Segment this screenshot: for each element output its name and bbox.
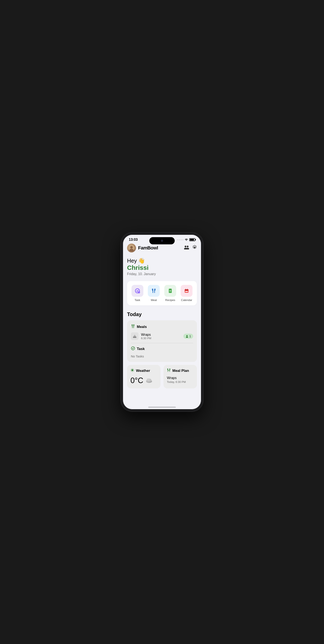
task-icon-box bbox=[132, 285, 143, 297]
calendar-label: Calendar bbox=[181, 298, 192, 302]
svg-point-30 bbox=[186, 335, 188, 336]
signal-icon bbox=[177, 239, 183, 240]
recipes-label: Recipes bbox=[165, 298, 175, 302]
svg-point-1 bbox=[130, 246, 133, 248]
svg-rect-28 bbox=[134, 336, 136, 337]
meal-item-icon bbox=[131, 332, 139, 340]
greeting-section: Hey 👋 Chrissi Friday, 10. January bbox=[127, 258, 197, 276]
battery-icon bbox=[189, 238, 195, 241]
meals-card-icon bbox=[131, 324, 135, 330]
quick-action-meal[interactable]: Meal bbox=[148, 285, 160, 302]
svg-rect-21 bbox=[185, 291, 186, 292]
meal-label: Meal bbox=[151, 298, 157, 302]
svg-point-31 bbox=[186, 337, 188, 338]
weather-icon bbox=[131, 368, 134, 373]
meal-item[interactable]: Wraps 6:30 PM 1 bbox=[131, 332, 193, 340]
svg-line-39 bbox=[133, 371, 134, 372]
svg-rect-26 bbox=[133, 337, 136, 337]
card-divider bbox=[131, 343, 193, 343]
svg-point-6 bbox=[186, 248, 189, 250]
quick-actions: Task Meal bbox=[127, 281, 197, 306]
quick-action-recipes[interactable]: Recipes bbox=[164, 285, 176, 302]
greeting-name: Chrissi bbox=[127, 264, 197, 271]
greeting-text: Hey 👋 bbox=[127, 258, 197, 264]
svg-point-45 bbox=[147, 378, 150, 381]
svg-rect-18 bbox=[185, 289, 188, 290]
meals-card-header: Meals bbox=[131, 324, 193, 330]
svg-point-33 bbox=[132, 369, 133, 371]
task-label: Task bbox=[135, 298, 140, 302]
temperature: 0°C bbox=[131, 376, 143, 385]
calendar-icon-box bbox=[181, 285, 192, 297]
bottom-cards: Weather 0°C bbox=[127, 365, 197, 388]
meal-info: Wraps 6:30 PM bbox=[141, 333, 181, 340]
svg-line-41 bbox=[131, 371, 132, 372]
svg-rect-23 bbox=[186, 291, 187, 292]
settings-button[interactable] bbox=[192, 245, 197, 251]
weather-condition-icon bbox=[145, 376, 153, 385]
task-card-title: Task bbox=[137, 347, 145, 351]
meal-plan-meal: Wraps bbox=[167, 376, 193, 380]
meals-card-title: Meals bbox=[137, 325, 147, 329]
weather-card-title: Weather bbox=[136, 369, 150, 373]
family-button[interactable] bbox=[184, 245, 189, 251]
svg-rect-14 bbox=[170, 289, 171, 290]
svg-rect-27 bbox=[133, 337, 136, 338]
quick-action-calendar[interactable]: Calendar bbox=[181, 285, 192, 302]
header-right bbox=[184, 245, 197, 251]
app-title: FamBowl bbox=[138, 245, 158, 251]
greeting-prefix: Hey bbox=[127, 258, 137, 264]
status-icons bbox=[177, 238, 195, 242]
meal-icon-box bbox=[148, 285, 160, 297]
svg-point-4 bbox=[187, 246, 188, 247]
meal-plan-card-title: Meal Plan bbox=[172, 369, 189, 373]
no-tasks-text: No Tasks bbox=[131, 354, 193, 358]
meals-card: Meals Wraps 6:30 PM bbox=[127, 320, 197, 362]
meal-plan-card[interactable]: Meal Plan Wraps Today, 6:30 PM bbox=[163, 365, 197, 388]
weather-card-header: Weather bbox=[131, 368, 157, 373]
weather-card[interactable]: Weather 0°C bbox=[127, 365, 161, 388]
greeting-date: Friday, 10. January bbox=[127, 272, 197, 276]
app-header: FamBowl bbox=[127, 244, 197, 252]
meal-plan-card-header: Meal Plan bbox=[167, 368, 193, 373]
meal-plan-time: Today, 6:30 PM bbox=[167, 380, 193, 384]
main-content: FamBowl bbox=[123, 244, 201, 406]
home-indicator bbox=[148, 407, 176, 408]
meal-name: Wraps bbox=[141, 333, 181, 337]
meal-time: 6:30 PM bbox=[141, 337, 181, 340]
meal-plan-icon bbox=[167, 368, 171, 373]
svg-rect-22 bbox=[187, 291, 188, 292]
weather-temp: 0°C bbox=[131, 376, 157, 385]
task-card-header: Task bbox=[131, 346, 193, 352]
camera-dot bbox=[161, 240, 163, 242]
today-title: Today bbox=[127, 312, 197, 317]
phone-frame: 13:03 bbox=[121, 232, 203, 412]
svg-point-3 bbox=[185, 246, 186, 247]
status-time: 13:03 bbox=[129, 238, 138, 242]
recipes-icon-box bbox=[164, 285, 176, 297]
task-card-icon bbox=[131, 346, 135, 352]
avatar[interactable] bbox=[127, 244, 136, 252]
quick-action-task[interactable]: Task bbox=[132, 285, 143, 302]
header-left: FamBowl bbox=[127, 244, 158, 252]
svg-line-38 bbox=[131, 369, 132, 370]
dynamic-island bbox=[149, 237, 175, 244]
svg-line-40 bbox=[133, 369, 134, 370]
wave-emoji: 👋 bbox=[138, 258, 145, 264]
attendee-count: 1 bbox=[189, 334, 191, 338]
wifi-icon bbox=[185, 238, 188, 242]
meal-badge: 1 bbox=[183, 334, 193, 339]
